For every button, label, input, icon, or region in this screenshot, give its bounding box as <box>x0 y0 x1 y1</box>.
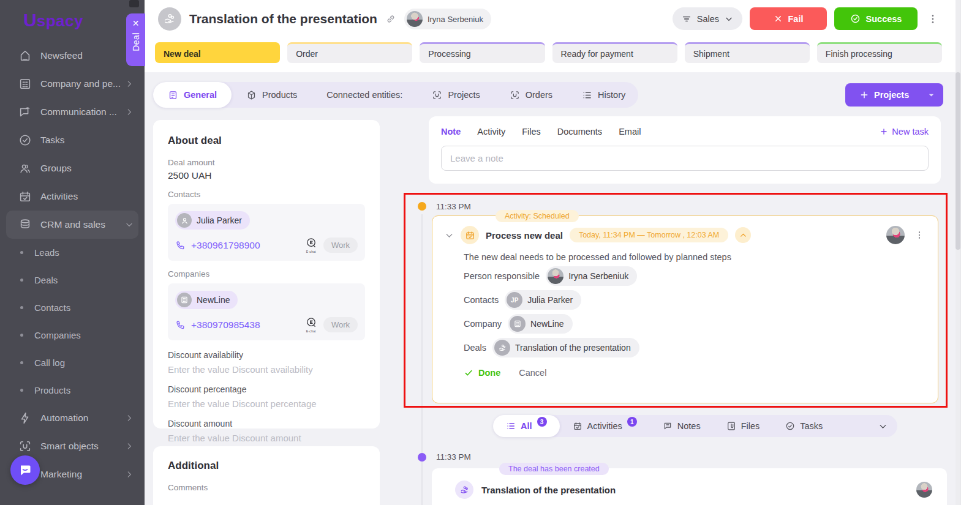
filter-activities[interactable]: Activities 1 <box>560 415 650 437</box>
cube-icon <box>246 90 257 100</box>
tab-connected-entities[interactable]: Connected entities: <box>312 82 417 108</box>
copy-link-icon[interactable] <box>385 13 396 24</box>
more-options-icon[interactable] <box>912 228 927 242</box>
contacts-label: Contacts <box>168 190 365 199</box>
filter-icon <box>682 14 692 24</box>
filter-count-badge: 1 <box>627 417 637 427</box>
stage-new-deal[interactable]: New deal <box>155 42 280 63</box>
new-task-button[interactable]: New task <box>880 127 929 137</box>
chevron-down-icon[interactable] <box>927 91 943 100</box>
company-pill[interactable]: NewLine <box>175 291 238 309</box>
activity-title[interactable]: Process new deal <box>486 230 563 241</box>
company-block: NewLine +380970985438 E-chat Work <box>168 283 365 340</box>
deal-amount-value: 2500 UAH <box>168 170 365 181</box>
sidebar-item-activities[interactable]: Activities <box>0 182 145 211</box>
sidebar-item-tasks[interactable]: Tasks <box>0 126 145 154</box>
chevron-down-icon[interactable] <box>878 422 897 431</box>
sidebar-item-communication[interactable]: Communication ... <box>0 98 145 126</box>
scrollbar-thumb[interactable] <box>956 72 960 250</box>
sidebar: Uspacy Newsfeed Company and pe... Commun… <box>0 0 145 505</box>
contact-chip[interactable]: JP Julia Parker <box>505 290 581 310</box>
company-name: NewLine <box>530 319 564 329</box>
uspacy-logo[interactable]: Uspacy <box>0 0 145 31</box>
composer-tab-documents[interactable]: Documents <box>557 127 602 137</box>
composer-tab-activity[interactable]: Activity <box>477 127 505 137</box>
composer-tab-note[interactable]: Note <box>441 127 461 137</box>
logo-text: spacy <box>37 12 83 31</box>
discount-availability-field[interactable]: Enter the value Discount availability <box>168 364 365 375</box>
note-input[interactable] <box>441 146 929 171</box>
echat-icon[interactable]: E-chat <box>305 237 317 253</box>
composer-tab-email[interactable]: Email <box>619 127 641 137</box>
more-options-icon[interactable] <box>925 11 941 27</box>
sidebar-item-companies[interactable]: Companies <box>0 321 145 349</box>
stage-shipment[interactable]: Shipment <box>685 42 810 63</box>
sidebar-item-company-and-people[interactable]: Company and pe... <box>0 70 145 98</box>
comments-label: Comments <box>168 483 365 492</box>
chevron-up-icon[interactable] <box>735 227 751 243</box>
add-projects-button[interactable]: Projects <box>845 83 943 107</box>
deal-chip[interactable]: Translation of the presentation <box>492 338 639 357</box>
pipeline-selector-label: Sales <box>697 14 719 24</box>
filter-files[interactable]: Files <box>714 415 773 437</box>
chevron-down-icon[interactable] <box>445 231 454 240</box>
org-icon <box>18 77 32 91</box>
home-icon <box>18 49 32 62</box>
tab-history[interactable]: History <box>567 82 640 108</box>
paperclip-icon <box>726 421 736 431</box>
composer-tab-files[interactable]: Files <box>522 127 541 137</box>
person-responsible-chip[interactable]: Iryna Serbeniuk <box>546 266 637 286</box>
sidebar-item-newsfeed[interactable]: Newsfeed <box>0 42 145 70</box>
tab-orders[interactable]: Orders <box>495 82 567 108</box>
cancel-button[interactable]: Cancel <box>519 368 546 378</box>
done-button[interactable]: Done <box>464 368 500 378</box>
contact-pill[interactable]: Julia Parker <box>175 211 250 230</box>
sidebar-item-leads[interactable]: Leads <box>0 239 145 266</box>
sidebar-item-call-log[interactable]: Call log <box>0 349 145 376</box>
close-icon[interactable]: ✕ <box>132 19 140 28</box>
sidebar-item-label: Automation <box>40 413 88 424</box>
filter-tasks[interactable]: Tasks <box>772 415 835 437</box>
smart-object-icon <box>510 90 520 100</box>
owner-pill[interactable]: Iryna Serbeniuk <box>404 9 491 29</box>
sidebar-item-contacts[interactable]: Contacts <box>0 294 145 321</box>
discount-amount-field[interactable]: Enter the value Discount amount <box>168 433 365 443</box>
company-chip[interactable]: NewLine <box>508 314 572 334</box>
filter-notes[interactable]: Notes <box>650 415 714 437</box>
fail-button[interactable]: Fail <box>750 7 827 30</box>
company-label: Company <box>464 319 502 329</box>
filter-all[interactable]: All 3 <box>493 415 560 437</box>
sidebar-subitem-label: Call log <box>34 357 65 368</box>
deal-created-title[interactable]: Translation of the presentation <box>481 485 616 495</box>
stage-processing[interactable]: Processing <box>420 42 545 63</box>
sidebar-item-label: Groups <box>40 163 72 174</box>
sidebar-item-groups[interactable]: Groups <box>0 154 145 182</box>
success-button[interactable]: Success <box>834 7 918 30</box>
sidebar-item-automation[interactable]: Automation <box>0 404 145 432</box>
stage-ready-for-payment[interactable]: Ready for payment <box>552 42 677 63</box>
activity-schedule[interactable]: Today, 11:34 PM — Tomorrow , 12:03 AM <box>570 228 728 242</box>
chevron-right-icon <box>125 442 134 451</box>
deal-panel-tab[interactable]: ✕ Deal <box>126 13 145 66</box>
tab-general[interactable]: General <box>153 82 232 108</box>
success-button-label: Success <box>866 14 902 24</box>
support-chat-button[interactable] <box>10 455 40 485</box>
check-icon <box>464 368 473 378</box>
discount-amount-label: Discount amount <box>168 419 365 428</box>
sidebar-item-crm-and-sales[interactable]: CRM and sales <box>6 211 138 239</box>
discount-percentage-field[interactable]: Enter the value Discount percentage <box>168 398 365 409</box>
tab-projects[interactable]: Projects <box>417 82 494 108</box>
echat-icon[interactable]: E-chat <box>305 316 317 333</box>
stage-finish-processing[interactable]: Finish processing <box>817 42 942 63</box>
document-icon <box>168 90 178 100</box>
sidebar-item-deals[interactable]: Deals <box>0 266 145 294</box>
stage-order[interactable]: Order <box>287 42 412 63</box>
tab-products[interactable]: Products <box>232 82 312 108</box>
company-phone-link[interactable]: +380970985438 <box>175 320 260 331</box>
contact-name: Julia Parker <box>527 295 573 305</box>
sidebar-item-products[interactable]: Products <box>0 376 145 404</box>
deal-icon <box>494 340 510 356</box>
pipeline-selector[interactable]: Sales <box>673 7 742 30</box>
contacts-label: Contacts <box>464 295 499 305</box>
contact-phone-link[interactable]: +380961798900 <box>175 240 260 251</box>
